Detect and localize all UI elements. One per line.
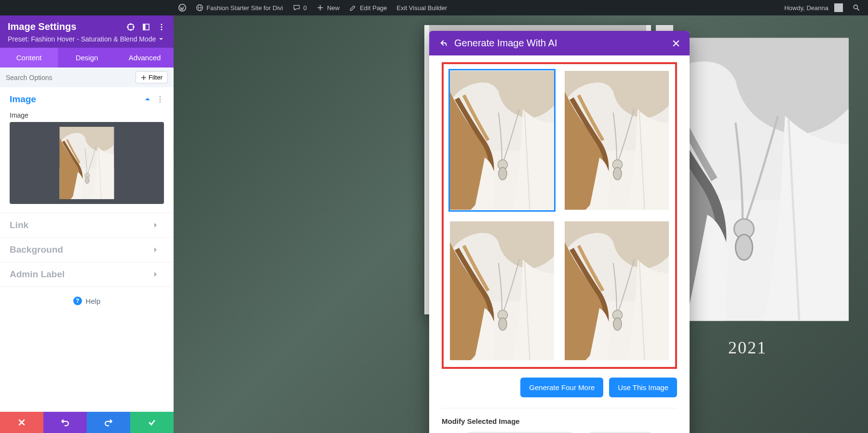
- save-button[interactable]: [130, 412, 174, 433]
- ai-results-highlight: [442, 62, 677, 369]
- avatar: [834, 3, 843, 12]
- svg-point-13: [161, 24, 163, 25]
- new-label: New: [327, 4, 339, 12]
- howdy-text: Howdy, Deanna: [784, 4, 828, 12]
- tab-design[interactable]: Design: [58, 48, 116, 68]
- wp-logo[interactable]: [174, 0, 191, 15]
- chevron-down-icon: [151, 271, 159, 278]
- tab-content[interactable]: Content: [0, 48, 58, 68]
- generate-four-more-button[interactable]: Generate Four More: [520, 378, 603, 397]
- exit-vb-label: Exit Visual Builder: [397, 4, 448, 12]
- close-icon[interactable]: [671, 39, 681, 48]
- ai-result-3[interactable]: [448, 219, 556, 362]
- svg-point-15: [161, 28, 163, 30]
- modify-selected-label: Modify Selected Image: [442, 417, 677, 425]
- modal-title: Generate Image With AI: [454, 38, 665, 49]
- comments-count: 0: [303, 4, 307, 12]
- section-image-title: Image: [10, 94, 144, 105]
- ai-result-1[interactable]: [448, 69, 556, 212]
- tab-advanced[interactable]: Advanced: [116, 48, 174, 68]
- help-label: Help: [86, 297, 101, 305]
- preset-label: Preset: Fashion Hover - Saturation & Ble…: [8, 35, 156, 43]
- filter-label: Filter: [149, 74, 163, 81]
- ai-result-4[interactable]: [563, 219, 670, 362]
- kebab-icon[interactable]: [157, 23, 166, 31]
- chevron-down-icon: [151, 221, 159, 229]
- search-filter-row: Filter: [0, 68, 174, 87]
- kebab-icon[interactable]: [156, 95, 164, 103]
- svg-rect-10: [128, 24, 134, 29]
- site-name[interactable]: Fashion Starter Site for Divi: [191, 0, 288, 15]
- chevron-up-icon: [144, 95, 151, 103]
- edit-page-label: Edit Page: [360, 4, 387, 12]
- admin-search[interactable]: [848, 0, 865, 15]
- expand-icon[interactable]: [126, 23, 135, 31]
- section-background-title: Background: [10, 244, 151, 255]
- search-options-input[interactable]: [6, 74, 136, 81]
- ai-results-grid: [448, 69, 670, 362]
- svg-point-18: [160, 101, 161, 103]
- svg-point-4: [179, 4, 186, 11]
- chevron-down-icon: [151, 246, 159, 254]
- builder-canvas: 2021 Generate Image With AI: [174, 15, 868, 433]
- section-admin-label-title: Admin Label: [10, 269, 151, 280]
- preset-dropdown[interactable]: Preset: Fashion Hover - Saturation & Ble…: [8, 35, 166, 43]
- svg-point-14: [161, 26, 163, 27]
- panel-tabs: Content Design Advanced: [0, 48, 174, 68]
- svg-point-17: [160, 99, 161, 100]
- redo-button[interactable]: [87, 412, 130, 433]
- my-account[interactable]: Howdy, Deanna: [779, 0, 848, 15]
- svg-line-9: [857, 9, 859, 11]
- filter-button[interactable]: Filter: [136, 71, 168, 83]
- comments-link[interactable]: 0: [288, 0, 312, 15]
- section-background-toggle[interactable]: Background: [0, 238, 174, 262]
- svg-point-16: [160, 96, 161, 98]
- site-name-text: Fashion Starter Site for Divi: [206, 4, 283, 12]
- image-field-label: Image: [10, 111, 164, 119]
- image-settings-panel: Image Settings Preset: Fashion Hover - S…: [0, 15, 174, 433]
- modal-header: Generate Image With AI: [429, 31, 690, 55]
- dock-icon[interactable]: [142, 23, 150, 31]
- svg-point-8: [854, 5, 857, 9]
- svg-rect-12: [143, 24, 146, 30]
- section-link-title: Link: [10, 220, 151, 230]
- new-content[interactable]: New: [312, 0, 344, 15]
- exit-visual-builder[interactable]: Exit Visual Builder: [392, 0, 452, 15]
- use-this-image-button[interactable]: Use This Image: [609, 378, 677, 397]
- section-admin-label-toggle[interactable]: Admin Label: [0, 262, 174, 286]
- chevron-down-icon: [159, 37, 163, 41]
- edit-page[interactable]: Edit Page: [344, 0, 392, 15]
- panel-title: Image Settings: [8, 21, 121, 32]
- image-thumbnail: [58, 127, 116, 199]
- wp-admin-bar: Fashion Starter Site for Divi 0 New Edit…: [0, 0, 868, 15]
- ai-result-2[interactable]: [563, 69, 670, 212]
- generate-image-ai-modal: Generate Image With AI Generate Four Mor…: [429, 31, 690, 433]
- close-button[interactable]: [0, 412, 43, 433]
- panel-footer: [0, 412, 174, 433]
- help-link[interactable]: ? Help: [0, 287, 174, 315]
- plus-icon: [141, 75, 147, 81]
- back-icon[interactable]: [438, 39, 448, 48]
- panel-header: Image Settings Preset: Fashion Hover - S…: [0, 15, 174, 48]
- image-preview[interactable]: [10, 122, 164, 204]
- section-image-toggle[interactable]: Image: [0, 87, 174, 111]
- undo-button[interactable]: [43, 412, 87, 433]
- modal-divider: [442, 408, 677, 408]
- section-link-toggle[interactable]: Link: [0, 213, 174, 237]
- year-caption: 2021: [728, 338, 767, 358]
